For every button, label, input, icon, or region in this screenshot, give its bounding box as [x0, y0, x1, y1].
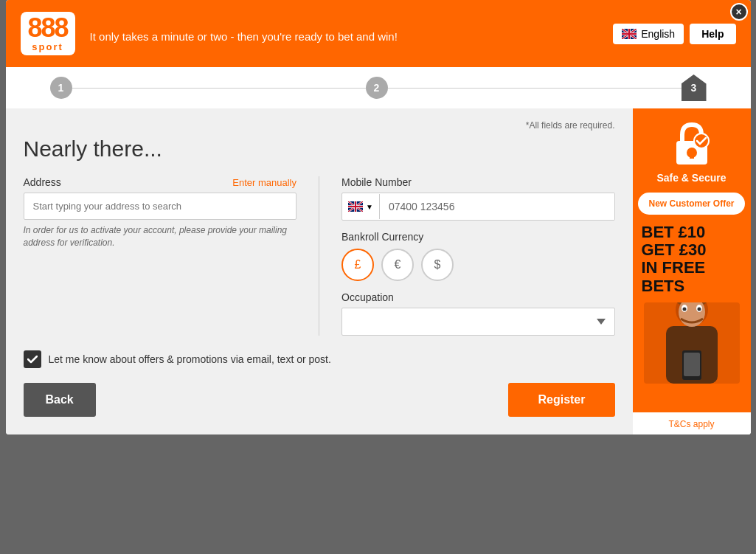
checkmark-icon: [27, 356, 38, 364]
safe-secure-text: Safe & Secure: [656, 172, 726, 184]
step-2-number: 2: [366, 77, 388, 99]
lock-icon-wrap: [672, 120, 712, 167]
uk-flag-icon: [348, 201, 363, 212]
currency-usd[interactable]: $: [421, 249, 454, 281]
required-note: *All fields are required.: [24, 120, 615, 131]
flag-icon: [622, 29, 637, 39]
address-input[interactable]: [24, 193, 297, 220]
person-silhouette: [644, 302, 740, 384]
step-3-number: 3: [682, 75, 707, 101]
mobile-input[interactable]: [380, 193, 614, 220]
form-area: *All fields are required. Nearly there..…: [6, 108, 633, 434]
currency-gbp[interactable]: £: [341, 249, 374, 281]
logo-sport: sport: [28, 41, 68, 52]
currency-options: £ € $: [341, 249, 615, 281]
step-1: 1: [50, 77, 72, 99]
language-label: English: [641, 28, 675, 40]
mobile-label: Mobile Number: [341, 176, 615, 188]
enter-manually-link[interactable]: Enter manually: [232, 177, 296, 188]
logo-box: 888 sport: [21, 12, 75, 55]
sidebar-bottom: T&Cs apply: [633, 412, 751, 434]
svg-point-13: [697, 307, 701, 311]
sidebar: Safe & Secure New Customer Offer BET £10…: [633, 108, 751, 434]
header-content: It only takes a minute or two - then you…: [75, 24, 614, 43]
step-1-number: 1: [50, 77, 72, 99]
close-button[interactable]: ×: [730, 3, 748, 21]
occupation-select[interactable]: [341, 308, 615, 336]
mobile-row: ▼: [341, 193, 615, 221]
svg-point-12: [682, 307, 686, 311]
form-left: Address Enter manually In order for us t…: [24, 176, 297, 249]
language-button[interactable]: English: [613, 24, 684, 44]
promo-line4: BETS: [642, 277, 742, 295]
offers-label: Let me know about offers & promotions vi…: [49, 353, 331, 365]
promo-text: BET £10 GET £30 IN FREE BETS: [642, 224, 742, 295]
svg-rect-4: [690, 153, 694, 159]
dropdown-arrow-icon: ▼: [366, 203, 373, 211]
address-note: In order for us to activate your account…: [24, 224, 297, 249]
tagline: It only takes a minute or two - then you…: [90, 30, 614, 43]
flag-select[interactable]: ▼: [342, 194, 380, 219]
step-line-2: [388, 88, 682, 89]
modal-body: *All fields are required. Nearly there..…: [6, 108, 751, 434]
form-right: Mobile Number ▼: [341, 176, 615, 336]
occupation-label: Occupation: [341, 291, 615, 303]
currency-label: Bankroll Currency: [341, 231, 615, 243]
register-button[interactable]: Register: [508, 383, 614, 417]
step-3: 3: [682, 75, 707, 101]
modal-header: 888 sport It only takes a minute or two …: [6, 0, 751, 67]
logo-area: 888 sport: [21, 12, 75, 55]
modal-overlay: 888 sport It only takes a minute or two …: [0, 0, 756, 554]
vertical-divider: [319, 176, 319, 336]
checkbox-row: Let me know about offers & promotions vi…: [24, 350, 615, 368]
promo-person: [644, 302, 740, 384]
help-button[interactable]: Help: [690, 24, 735, 44]
form-columns: Address Enter manually In order for us t…: [24, 176, 615, 336]
sidebar-inner: Safe & Secure New Customer Offer BET £10…: [633, 108, 751, 412]
logo-888: 888: [28, 15, 68, 41]
terms-link[interactable]: T&Cs apply: [668, 419, 714, 429]
step-line-1: [72, 88, 366, 89]
svg-rect-15: [684, 353, 700, 376]
new-customer-button[interactable]: New Customer Offer: [638, 193, 744, 215]
step-2: 2: [366, 77, 388, 99]
promo-line2: GET £30: [642, 241, 742, 259]
back-button[interactable]: Back: [24, 383, 96, 417]
address-label: Address: [24, 176, 61, 188]
form-title: Nearly there...: [24, 136, 615, 162]
promo-line1: BET £10: [642, 224, 742, 241]
registration-modal: 888 sport It only takes a minute or two …: [6, 0, 751, 434]
promo-line3: IN FREE: [642, 259, 742, 277]
offers-checkbox[interactable]: [24, 350, 41, 368]
steps-bar: 1 2 3: [6, 67, 751, 108]
lock-icon: [672, 120, 712, 167]
currency-eur[interactable]: €: [381, 249, 414, 281]
header-right: English Help: [613, 24, 735, 44]
button-row: Back Register: [24, 383, 615, 417]
